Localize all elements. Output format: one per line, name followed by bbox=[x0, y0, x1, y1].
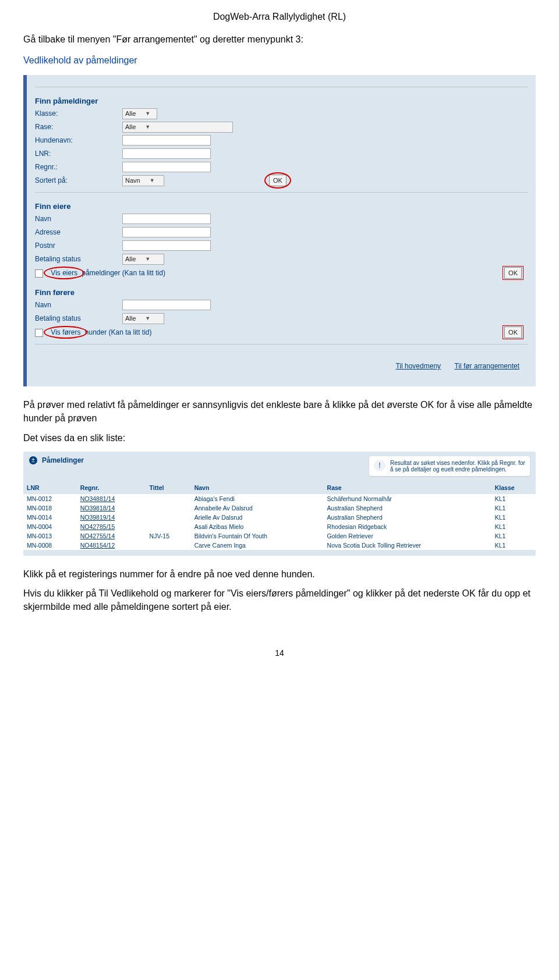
cell-lnr: MN-0012 bbox=[23, 493, 77, 503]
para-1: Klikk på et registerings nummer for å en… bbox=[23, 567, 536, 581]
table-row: MN-0014NO39819/14Arielle Av DalsrudAustr… bbox=[23, 513, 536, 522]
cell-rase: Rhodesian Ridgeback bbox=[324, 522, 491, 531]
cell-navn: Arielle Av Dalsrud bbox=[191, 513, 324, 522]
ok-button[interactable]: OK bbox=[269, 175, 286, 186]
cell-regnr-link[interactable]: NO48154/12 bbox=[77, 541, 146, 550]
cell-klasse: KL1 bbox=[491, 513, 536, 522]
cell-regnr-link[interactable]: NO34881/14 bbox=[77, 493, 146, 503]
info-icon: ! bbox=[374, 460, 385, 471]
label-betaling: Betaling status bbox=[35, 255, 122, 263]
select-betaling-eier[interactable]: Alle▼ bbox=[122, 254, 164, 265]
cell-tittel: NJV-15 bbox=[146, 531, 191, 541]
mid-text-2: Det vises da en slik liste: bbox=[23, 431, 536, 445]
cell-lnr: MN-0014 bbox=[23, 513, 77, 522]
screenshot-results: ± Påmeldinger ! Resultat av søket vises … bbox=[23, 452, 536, 556]
cell-regnr-link[interactable]: NO39818/14 bbox=[77, 503, 146, 513]
cell-regnr-link[interactable]: NO42755/14 bbox=[77, 531, 146, 541]
results-footer-bar bbox=[23, 550, 536, 556]
select-rase[interactable]: Alle▼ bbox=[122, 122, 233, 133]
col-navn: Navn bbox=[191, 481, 324, 494]
col-regnr: Regnr. bbox=[77, 481, 146, 494]
cell-lnr: MN-0013 bbox=[23, 531, 77, 541]
highlight-vis-eiers: Vis eiers bbox=[48, 269, 80, 277]
select-klasse[interactable]: Alle▼ bbox=[122, 108, 157, 119]
divider bbox=[35, 192, 528, 193]
select-betaling-forer[interactable]: Alle▼ bbox=[122, 313, 164, 324]
intro-text-1: Gå tilbake til menyen "Før arrangementet… bbox=[23, 33, 536, 46]
select-sortert-value: Navn bbox=[125, 177, 140, 184]
select-betaling-forer-value: Alle bbox=[125, 315, 136, 322]
cell-rase: Australian Shepherd bbox=[324, 503, 491, 513]
label-klasse: Klasse: bbox=[35, 109, 122, 118]
cell-klasse: KL1 bbox=[491, 531, 536, 541]
input-postnr[interactable] bbox=[122, 240, 211, 251]
cell-lnr: MN-0018 bbox=[23, 503, 77, 513]
col-klasse: Klasse bbox=[491, 481, 536, 494]
para-2: Hvis du klikker på Til Vedlikehold og ma… bbox=[23, 587, 536, 613]
cell-tittel bbox=[146, 513, 191, 522]
results-table: LNR Regnr. Tittel Navn Rase Klasse MN-00… bbox=[23, 481, 536, 550]
select-rase-value: Alle bbox=[125, 123, 136, 130]
label-regnr: Regnr.: bbox=[35, 163, 122, 171]
link-for-arrangementet[interactable]: Til før arrangementet bbox=[454, 362, 519, 370]
cell-navn: Annabelle Av Dalsrud bbox=[191, 503, 324, 513]
cell-tittel bbox=[146, 503, 191, 513]
col-rase: Rase bbox=[324, 481, 491, 494]
input-eier-navn[interactable] bbox=[122, 214, 211, 224]
ok-button[interactable]: OK bbox=[504, 326, 522, 338]
chevron-down-icon: ▼ bbox=[145, 111, 150, 116]
cell-rase: Nova Scotia Duck Tolling Retriever bbox=[324, 541, 491, 550]
checkbox-vis-forers[interactable] bbox=[35, 329, 43, 337]
label-sortert: Sortert på: bbox=[35, 176, 122, 184]
section-finn-forere: Finn førere bbox=[35, 288, 528, 297]
info-text: Resultat av søket vises nedenfor. Klikk … bbox=[390, 460, 525, 473]
section-finn-eiere: Finn eiere bbox=[35, 202, 528, 211]
cell-klasse: KL1 bbox=[491, 541, 536, 550]
label-rase: Rase: bbox=[35, 123, 122, 131]
checkbox-vis-eiers[interactable] bbox=[35, 269, 43, 278]
link-hovedmeny[interactable]: Til hovedmeny bbox=[395, 362, 441, 370]
select-sortert[interactable]: Navn▼ bbox=[122, 175, 164, 186]
cell-klasse: KL1 bbox=[491, 522, 536, 531]
ok-button[interactable]: OK bbox=[504, 267, 522, 279]
cell-tittel bbox=[146, 541, 191, 550]
text-vis-eiers-rest: påmeldinger (Kan ta litt tid) bbox=[82, 269, 165, 277]
intro-link-text: Vedlikehold av påmeldinger bbox=[23, 55, 536, 66]
cell-rase: Schäferhund Normalhår bbox=[324, 493, 491, 503]
section-finn-pameldinger: Finn påmeldinger bbox=[35, 97, 528, 105]
cell-tittel bbox=[146, 522, 191, 531]
select-klasse-value: Alle bbox=[125, 110, 136, 117]
divider bbox=[35, 87, 528, 87]
input-adresse[interactable] bbox=[122, 227, 211, 237]
chevron-down-icon: ▼ bbox=[150, 177, 155, 183]
chevron-down-icon: ▼ bbox=[145, 256, 150, 262]
label-hundenavn: Hundenavn: bbox=[35, 136, 122, 144]
col-tittel: Tittel bbox=[146, 481, 191, 494]
info-bubble: ! Resultat av søket vises nedenfor. Klik… bbox=[369, 456, 530, 476]
label-adresse: Adresse bbox=[35, 228, 122, 236]
input-regnr[interactable] bbox=[122, 162, 211, 172]
page-number: 14 bbox=[23, 648, 536, 658]
label-betaling-forer: Betaling status bbox=[35, 314, 122, 322]
select-betaling-eier-value: Alle bbox=[125, 255, 136, 262]
page-header: DogWeb-Arra Rallylydighet (RL) bbox=[23, 12, 536, 22]
input-lnr[interactable] bbox=[122, 148, 211, 159]
cell-navn: Asali Azibas Mielo bbox=[191, 522, 324, 531]
cell-lnr: MN-0008 bbox=[23, 541, 77, 550]
table-row: MN-0018NO39818/14Annabelle Av DalsrudAus… bbox=[23, 503, 536, 513]
plus-icon[interactable]: ± bbox=[29, 456, 37, 464]
cell-klasse: KL1 bbox=[491, 493, 536, 503]
highlight-vis-forers: Vis førers bbox=[48, 328, 83, 336]
cell-klasse: KL1 bbox=[491, 503, 536, 513]
cell-regnr-link[interactable]: NO39819/14 bbox=[77, 513, 146, 522]
col-lnr: LNR bbox=[23, 481, 77, 494]
highlight-ok-forer: OK bbox=[504, 326, 522, 338]
table-row: MN-0012NO34881/14Abiaga's FendiSchäferhu… bbox=[23, 493, 536, 503]
chevron-down-icon: ▼ bbox=[145, 315, 150, 321]
input-forer-navn[interactable] bbox=[122, 300, 211, 310]
text-vis-eiers-short: Vis eiers bbox=[48, 269, 80, 277]
table-row: MN-0004NO42785/15Asali Azibas MieloRhode… bbox=[23, 522, 536, 531]
input-hundenavn[interactable] bbox=[122, 135, 211, 145]
chevron-down-icon: ▼ bbox=[145, 124, 150, 130]
cell-regnr-link[interactable]: NO42785/15 bbox=[77, 522, 146, 531]
